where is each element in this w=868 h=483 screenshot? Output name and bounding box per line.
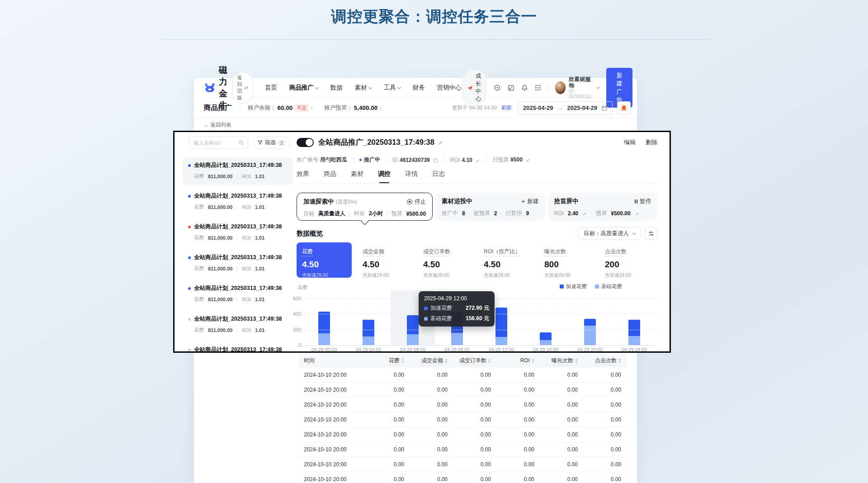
bar-base-segment[interactable] — [407, 334, 419, 345]
task-card[interactable]: 加速探索中(进度5%)停止目标高质量进人时长2小时预算¥500.00 — [297, 193, 433, 221]
chevron-down-icon — [397, 85, 401, 89]
tab-商品[interactable]: 商品 — [324, 170, 336, 183]
alarm-button[interactable] — [617, 101, 631, 115]
campaign-list-item[interactable]: 全站商品计划_20250313_17:49:38花费811,000.00|ROI… — [183, 311, 293, 339]
column-header-ROI[interactable]: ROI — [496, 357, 540, 365]
copy-icon[interactable] — [433, 158, 438, 163]
metric-card-点击次数[interactable]: 点击次数200含加速29.00 — [599, 242, 655, 278]
goal-select-dropdown[interactable]: 目标：高质量进人 — [578, 227, 641, 240]
bar-base-segment[interactable] — [495, 337, 507, 345]
bar-accel-segment[interactable] — [584, 319, 596, 326]
filter-button[interactable]: 筛选 2 — [253, 137, 290, 149]
campaign-list-item[interactable]: 全站商品计划_20250313_17:49:38花费811,000.00|ROI… — [183, 157, 293, 185]
account-balance[interactable]: 账户余额： 60.00 不足 › — [248, 104, 312, 112]
metric-settings-button[interactable] — [645, 227, 657, 240]
table-row[interactable]: 2024-10-10 20:000.000.000.000.000.000.00 — [298, 442, 627, 457]
metric-card-花费[interactable]: 花费4.50含加速29.00 — [297, 242, 352, 278]
bar-accel-segment[interactable] — [495, 308, 507, 337]
metric-card-曝光次数[interactable]: 曝光次数800含加速29.00 — [539, 242, 594, 278]
metric-card-成交订单数[interactable]: 成交订单数4.50含加速29.00 — [418, 242, 473, 278]
delete-button[interactable]: 删除 — [646, 138, 657, 147]
campaign-list-item[interactable]: 全站商品计划_20250313_17:49:38花费811,000.00|ROI… — [183, 280, 293, 308]
legend-item-基础花费[interactable]: 基础花费 — [595, 283, 622, 290]
value-cell: 0.00 — [583, 446, 627, 453]
back-to-list-link[interactable]: ← 返回列表 — [204, 122, 231, 128]
task-card[interactable]: 抢首屏中暂停ROI2.40预算¥500.00 — [548, 193, 657, 221]
detail-header: 全站商品推广_20250313_17:49:38 编辑 删除 — [297, 137, 657, 147]
refresh-link[interactable]: 刷新 — [501, 104, 512, 111]
metric-value: 200 — [605, 260, 649, 270]
tooltip-series-marker — [424, 307, 428, 310]
nav-item-首页[interactable]: 首页 — [265, 84, 277, 92]
record-circle-icon[interactable] — [494, 84, 501, 92]
bar-base-segment[interactable] — [318, 333, 330, 345]
table-row[interactable]: 2024-10-10 20:000.000.000.000.000.000.00 — [298, 398, 627, 412]
search-input[interactable] — [193, 140, 239, 146]
date-range-picker[interactable]: 2025-04-29 → 2025-04-29 — [518, 101, 613, 115]
bar-accel-segment[interactable] — [540, 332, 552, 340]
edit-budget-pencil-icon[interactable] — [526, 158, 530, 162]
apps-grid-icon[interactable] — [535, 84, 541, 92]
table-row[interactable]: 2024-10-10 20:000.000.000.000.000.000.00 — [298, 427, 627, 442]
feedback-form-icon[interactable] — [508, 84, 514, 92]
account-budget[interactable]: 账户预算： 5,400.00 › — [324, 104, 382, 112]
field-value: 高质量进人 — [318, 210, 345, 218]
nav-item-数据[interactable]: 数据 — [330, 84, 343, 92]
table-row[interactable]: 2024-10-10 20:000.000.000.000.000.000.00 — [298, 368, 627, 383]
bar-base-segment[interactable] — [628, 336, 640, 345]
nav-item-财务[interactable]: 财务 — [413, 84, 425, 92]
tab-详情[interactable]: 详情 — [405, 170, 418, 183]
field-value: ¥500.00 — [406, 211, 426, 217]
bar-accel-segment[interactable] — [407, 315, 419, 334]
user-name: 欣嘉妮服饰 — [569, 76, 594, 89]
nav-item-素材[interactable]: 素材 — [355, 84, 372, 92]
table-row[interactable]: 2024-10-10 20:000.000.000.000.000.000.00 — [298, 383, 627, 398]
nav-item-营销中心[interactable]: 营销中心 — [437, 84, 462, 92]
tab-效果[interactable]: 效果 — [297, 170, 309, 183]
bell-icon[interactable] — [521, 84, 528, 92]
pause-action-button[interactable]: 暂停 — [635, 198, 651, 205]
bar-base-segment[interactable] — [584, 326, 596, 345]
campaign-list-item[interactable]: 全站商品计划_20250313_17:49:38花费811,000.00|ROI… — [183, 342, 293, 353]
nav-item-工具[interactable]: 工具 — [384, 84, 401, 92]
campaign-enabled-toggle[interactable] — [297, 138, 314, 147]
user-account-menu[interactable]: 欣嘉妮服饰 ID: 367865151 — [555, 76, 599, 100]
edit-pencil-icon[interactable] — [635, 211, 640, 216]
time-cell: 2024-10-10 20:00 — [298, 476, 366, 483]
edit-pencil-icon[interactable] — [583, 211, 587, 216]
column-header-点击次数[interactable]: 点击次数 — [583, 357, 627, 365]
column-header-成交订单数[interactable]: 成交订单数 — [453, 357, 496, 365]
legend-item-加速花费[interactable]: 加速花费 — [560, 283, 587, 290]
campaign-list-item[interactable]: 全站商品计划_20250313_17:49:38花费811,000.00|ROI… — [183, 250, 293, 277]
bar-base-segment[interactable] — [363, 336, 374, 345]
legend-label: 基础花费 — [601, 283, 622, 290]
edit-title-pencil-icon[interactable] — [438, 140, 443, 145]
metric-card-成交金额[interactable]: 成交金额4.50含加速29.00 — [357, 242, 412, 278]
bar-accel-segment[interactable] — [363, 320, 374, 336]
bar-base-segment[interactable] — [451, 333, 463, 345]
nav-item-商品推广[interactable]: 商品推广 — [289, 84, 318, 92]
edit-roi-pencil-icon[interactable] — [476, 158, 480, 163]
stop-action-button[interactable]: 停止 — [407, 198, 426, 206]
bar-base-segment[interactable] — [540, 340, 552, 345]
tab-素材[interactable]: 素材 — [351, 170, 363, 183]
updated-at-text: 更新于 04-30 14:30 — [452, 104, 497, 111]
column-header-曝光次数[interactable]: 曝光次数 — [540, 357, 583, 365]
metric-card-ROI（投产比）[interactable]: ROI（投产比）4.50含加速29.00 — [478, 242, 533, 278]
bar-accel-segment[interactable] — [318, 312, 330, 333]
column-header-成交金额[interactable]: 成交金额 — [410, 357, 453, 365]
tab-调控[interactable]: 调控 — [378, 170, 391, 183]
tab-日志[interactable]: 日志 — [432, 170, 445, 183]
task-card[interactable]: 素材追投中+新建推广中8超预算2已暂停9 — [435, 193, 545, 221]
table-row[interactable]: 2024-10-10 20:000.000.000.000.000.000.00 — [298, 472, 627, 483]
edit-button[interactable]: 编辑 — [624, 138, 636, 147]
search-input-box[interactable] — [189, 137, 248, 149]
gridline — [302, 330, 656, 330]
campaign-list-item[interactable]: 全站商品计划_20250313_17:49:38花费811,000.00|ROI… — [183, 188, 293, 216]
bar-accel-segment[interactable] — [628, 320, 640, 336]
plus-action-button[interactable]: +新建 — [521, 198, 538, 205]
column-header-花费[interactable]: 花费 — [366, 357, 410, 365]
table-row[interactable]: 2024-10-10 20:000.000.000.000.000.000.00 — [298, 457, 627, 472]
table-row[interactable]: 2024-10-10 20:000.000.000.000.000.000.00 — [298, 412, 627, 427]
campaign-list-item[interactable]: 全站商品计划_20250313_17:49:38花费811,000.00|ROI… — [183, 219, 293, 246]
